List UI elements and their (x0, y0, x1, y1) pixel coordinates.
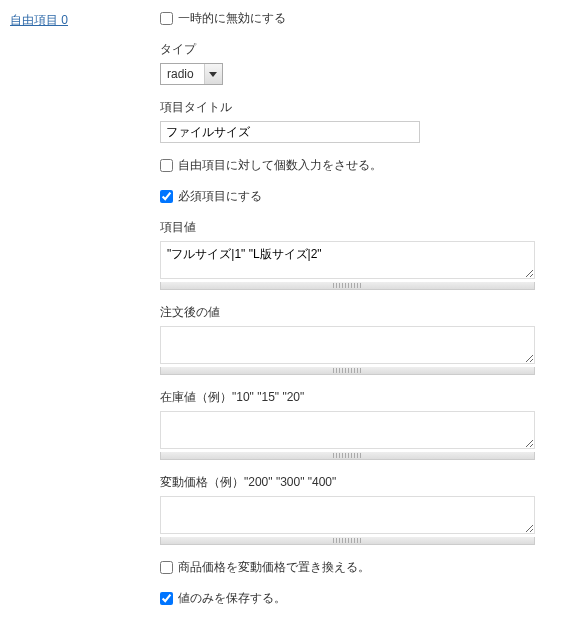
item-value-label: 項目値 (160, 219, 570, 236)
required-label: 必須項目にする (178, 188, 262, 205)
resize-handle-icon[interactable] (160, 452, 535, 460)
disable-temporarily-row: 一時的に無効にする (160, 10, 570, 27)
required-checkbox[interactable] (160, 190, 173, 203)
replace-price-label: 商品価格を変動価格で置き換える。 (178, 559, 370, 576)
type-label: タイプ (160, 41, 570, 58)
chevron-down-icon (204, 64, 222, 84)
multiple-input-row: 自由項目に対して個数入力をさせる。 (160, 157, 570, 174)
required-row: 必須項目にする (160, 188, 570, 205)
save-value-only-checkbox[interactable] (160, 592, 173, 605)
resize-handle-icon[interactable] (160, 367, 535, 375)
item-title-field: 項目タイトル (160, 99, 570, 143)
after-order-label: 注文後の値 (160, 304, 570, 321)
free-item-link[interactable]: 自由項目 0 (10, 13, 68, 27)
variable-price-textarea[interactable] (160, 496, 535, 534)
after-order-field: 注文後の値 (160, 304, 570, 375)
replace-price-row: 商品価格を変動価格で置き換える。 (160, 559, 570, 576)
stock-label: 在庫値（例）"10" "15" "20" (160, 389, 570, 406)
resize-handle-icon[interactable] (160, 537, 535, 545)
item-value-field: 項目値 (160, 219, 570, 290)
type-select-value: radio (167, 67, 204, 81)
after-order-textarea[interactable] (160, 326, 535, 364)
save-value-only-row: 値のみを保存する。 (160, 590, 570, 607)
type-select[interactable]: radio (160, 63, 223, 85)
resize-handle-icon[interactable] (160, 282, 535, 290)
replace-price-checkbox[interactable] (160, 561, 173, 574)
stock-field: 在庫値（例）"10" "15" "20" (160, 389, 570, 460)
multiple-input-checkbox[interactable] (160, 159, 173, 172)
item-title-label: 項目タイトル (160, 99, 570, 116)
disable-temporarily-label: 一時的に無効にする (178, 10, 286, 27)
item-value-textarea[interactable] (160, 241, 535, 279)
multiple-input-label: 自由項目に対して個数入力をさせる。 (178, 157, 382, 174)
variable-price-field: 変動価格（例）"200" "300" "400" (160, 474, 570, 545)
item-title-input[interactable] (160, 121, 420, 143)
variable-price-label: 変動価格（例）"200" "300" "400" (160, 474, 570, 491)
svg-marker-0 (209, 72, 217, 77)
save-value-only-label: 値のみを保存する。 (178, 590, 286, 607)
type-field: タイプ radio (160, 41, 570, 85)
stock-textarea[interactable] (160, 411, 535, 449)
disable-temporarily-checkbox[interactable] (160, 12, 173, 25)
